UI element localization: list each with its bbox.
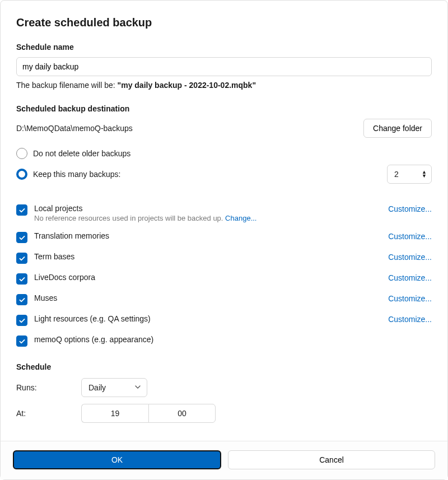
radio-no-delete-label: Do not delete older backups [33,149,130,158]
customize-link[interactable]: Customize... [388,204,432,213]
customize-link[interactable]: Customize... [388,273,432,282]
cancel-button[interactable]: Cancel [228,450,435,469]
item-sub-text: No reference resources used in projects … [34,214,223,222]
destination-path: D:\MemoQData\memoQ-backups [16,124,354,133]
runs-value: Daily [88,383,106,392]
item-light-resources: Light resources (e.g. QA settings) Custo… [16,314,432,326]
dialog-title: Create scheduled backup [16,16,432,29]
schedule-section-label: Schedule [16,362,432,371]
checkbox-light-resources[interactable] [16,315,27,326]
item-livedocs: LiveDocs corpora Customize... [16,273,432,285]
radio-keep-label: Keep this many backups: [33,170,120,179]
change-link[interactable]: Change... [225,214,256,222]
item-label: Translation memories [34,231,109,240]
item-label: Local projects [34,204,256,213]
change-folder-button[interactable]: Change folder [363,119,432,138]
customize-link[interactable]: Customize... [388,294,432,303]
item-label: Light resources (e.g. QA settings) [34,314,151,323]
dialog-body: Create scheduled backup Schedule name Th… [1,1,447,441]
item-muses: Muses Customize... [16,293,432,305]
chevron-down-icon [134,383,141,392]
checkbox-memoq-options[interactable] [16,335,27,347]
runs-label: Runs: [16,383,81,392]
schedule-name-input[interactable] [16,57,432,76]
filename-hint-name: "my daily backup - 2022-10-02.mqbk" [118,81,256,90]
create-scheduled-backup-dialog: Create scheduled backup Schedule name Th… [0,0,448,480]
item-translation-memories: Translation memories Customize... [16,231,432,243]
customize-link[interactable]: Customize... [388,253,432,262]
checkbox-local-projects[interactable] [16,204,27,216]
runs-select[interactable]: Daily [81,378,147,397]
item-term-bases: Term bases Customize... [16,252,432,264]
item-local-projects: Local projects No reference resources us… [16,204,432,222]
filename-hint: The backup filename will be: "my daily b… [16,81,432,90]
item-memoq-options: memoQ options (e.g. appearance) [16,335,432,347]
radio-no-delete[interactable] [16,148,27,159]
item-label: LiveDocs corpora [34,273,95,282]
item-label: memoQ options (e.g. appearance) [34,335,153,344]
checkbox-livedocs[interactable] [16,273,27,285]
minute-input[interactable]: 00 [148,404,216,423]
backup-items-list: Local projects No reference resources us… [16,204,432,347]
customize-link[interactable]: Customize... [388,315,432,324]
customize-link[interactable]: Customize... [388,232,432,241]
schedule-name-label: Schedule name [16,43,432,52]
item-label: Muses [34,293,57,302]
destination-label: Scheduled backup destination [16,104,432,113]
keep-count-value: 2 [394,170,399,179]
checkbox-muses[interactable] [16,294,27,305]
at-label: At: [16,409,81,418]
item-label: Term bases [34,252,74,261]
radio-keep[interactable] [16,169,27,180]
keep-count-spinbox[interactable]: 2 ▲▼ [387,165,432,184]
ok-button[interactable]: OK [13,450,221,469]
filename-hint-prefix: The backup filename will be: [16,81,118,90]
hour-input[interactable]: 19 [81,404,148,423]
checkbox-translation-memories[interactable] [16,232,27,243]
dialog-footer: OK Cancel [1,441,447,479]
checkbox-term-bases[interactable] [16,253,27,264]
spin-arrows-icon[interactable]: ▲▼ [422,170,427,178]
